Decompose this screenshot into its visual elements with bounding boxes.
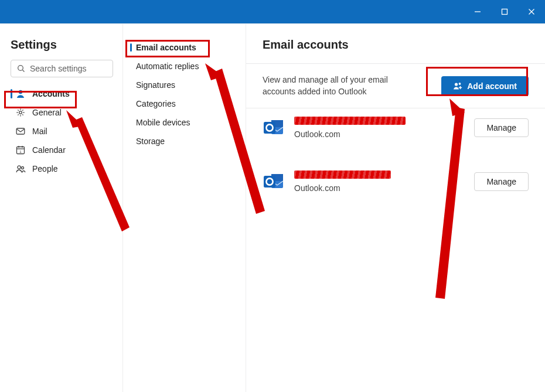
mail-icon bbox=[15, 126, 26, 137]
account-row: Outlook.com Manage bbox=[263, 162, 529, 201]
svg-rect-24 bbox=[264, 176, 275, 188]
sidebar-item-label: General bbox=[32, 108, 62, 117]
minimize-icon bbox=[473, 7, 482, 16]
settings-sidebar: Settings Search settings Accounts Genera… bbox=[0, 24, 123, 392]
svg-point-14 bbox=[18, 166, 21, 169]
maximize-icon bbox=[500, 7, 509, 16]
svg-point-7 bbox=[19, 111, 22, 114]
window-minimize-button[interactable] bbox=[464, 0, 491, 23]
search-icon bbox=[16, 64, 26, 73]
window-titlebar bbox=[0, 0, 545, 23]
svg-rect-8 bbox=[16, 128, 25, 134]
sidebar-item-label: People bbox=[32, 164, 58, 173]
account-row: Outlook.com Manage bbox=[263, 108, 529, 147]
svg-text:1: 1 bbox=[19, 150, 22, 154]
sidebar-item-general[interactable]: General bbox=[11, 103, 113, 122]
outlook-logo-icon bbox=[263, 117, 285, 138]
sidebar-item-accounts[interactable]: Accounts bbox=[11, 84, 113, 103]
add-account-label: Add account bbox=[467, 81, 517, 91]
svg-rect-1 bbox=[502, 9, 507, 15]
account-email-redacted bbox=[294, 171, 391, 179]
sidebar-item-label: Mail bbox=[32, 127, 47, 136]
sidebar-item-mail[interactable]: Mail bbox=[11, 122, 113, 141]
calendar-icon: 1 bbox=[15, 145, 26, 155]
svg-point-16 bbox=[455, 83, 458, 86]
window-maximize-button[interactable] bbox=[491, 0, 518, 23]
manage-account-button[interactable]: Manage bbox=[474, 118, 529, 137]
window-close-button[interactable] bbox=[518, 0, 545, 23]
sidebar-item-calendar[interactable]: 1 Calendar bbox=[11, 141, 113, 159]
search-placeholder: Search settings bbox=[30, 64, 87, 73]
subnav-item-email-accounts[interactable]: Email accounts bbox=[130, 38, 239, 57]
sidebar-item-label: Calendar bbox=[32, 145, 66, 155]
sidebar-item-label: Accounts bbox=[32, 89, 70, 98]
gear-icon bbox=[15, 107, 26, 118]
outlook-logo-icon bbox=[263, 171, 285, 192]
settings-subnav: Email accounts Automatic replies Signatu… bbox=[123, 24, 246, 392]
person-icon bbox=[15, 88, 26, 99]
manage-account-button[interactable]: Manage bbox=[474, 172, 529, 191]
add-account-button[interactable]: Add account bbox=[441, 76, 529, 96]
account-provider: Outlook.com bbox=[294, 129, 465, 139]
subnav-item-label: Signatures bbox=[136, 80, 175, 90]
svg-line-5 bbox=[23, 70, 25, 72]
account-provider: Outlook.com bbox=[294, 183, 465, 193]
svg-point-6 bbox=[19, 90, 22, 94]
subnav-item-label: Storage bbox=[136, 137, 165, 146]
svg-point-17 bbox=[459, 83, 461, 85]
subnav-item-label: Email accounts bbox=[136, 43, 196, 52]
close-icon bbox=[527, 7, 536, 16]
people-icon bbox=[15, 163, 26, 174]
subnav-item-label: Categories bbox=[136, 99, 176, 108]
svg-rect-20 bbox=[264, 122, 275, 134]
subnav-item-label: Mobile devices bbox=[136, 118, 190, 127]
subnav-item-categories[interactable]: Categories bbox=[130, 94, 239, 113]
subnav-item-storage[interactable]: Storage bbox=[130, 132, 239, 151]
account-email-redacted bbox=[294, 117, 406, 125]
people-add-icon bbox=[453, 81, 462, 91]
search-input[interactable]: Search settings bbox=[11, 60, 113, 77]
page-description: View and manage all of your email accoun… bbox=[263, 74, 415, 97]
main-pane: Email accounts View and manage all of yo… bbox=[246, 24, 545, 392]
subnav-item-automatic-replies[interactable]: Automatic replies bbox=[130, 57, 239, 76]
svg-point-4 bbox=[18, 66, 23, 71]
sidebar-item-people[interactable]: People bbox=[11, 159, 113, 178]
subnav-item-signatures[interactable]: Signatures bbox=[130, 76, 239, 94]
subnav-item-label: Automatic replies bbox=[136, 62, 199, 71]
svg-point-15 bbox=[22, 167, 24, 169]
settings-title: Settings bbox=[11, 38, 113, 52]
subnav-item-mobile-devices[interactable]: Mobile devices bbox=[130, 113, 239, 132]
page-title: Email accounts bbox=[263, 38, 529, 52]
